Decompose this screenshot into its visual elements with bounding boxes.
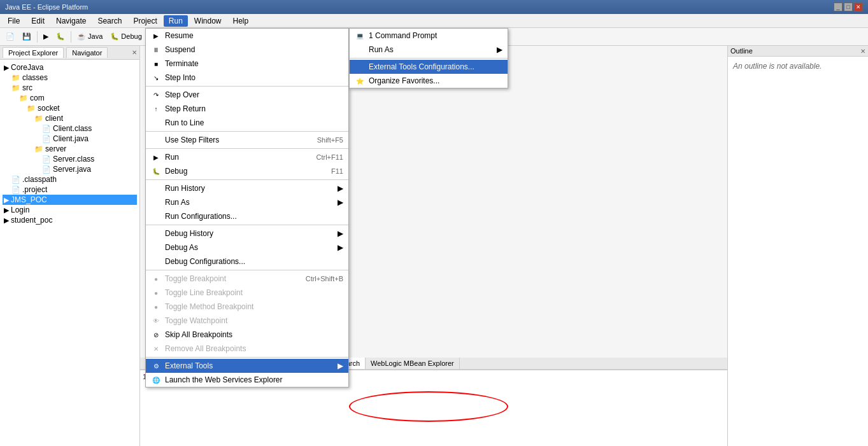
separator7 xyxy=(146,357,348,358)
menu-item-launch-web-services[interactable]: 🌐 Launch the Web Services Explorer xyxy=(146,373,348,387)
close-button[interactable]: ✕ xyxy=(854,3,863,11)
menu-edit[interactable]: Edit xyxy=(26,15,50,27)
toggle-breakpoint-icon: ● xyxy=(151,274,161,284)
left-panel-close[interactable]: ✕ xyxy=(132,49,137,56)
tree-client[interactable]: 📁 client xyxy=(3,113,137,123)
menu-item-suspend[interactable]: ⏸ Suspend xyxy=(146,43,348,57)
menu-item-run-as-sub[interactable]: Run As ▶ xyxy=(350,43,508,57)
skip-bp-icon: ⊘ xyxy=(151,330,161,340)
toolbar-save[interactable]: 💾 xyxy=(19,31,34,43)
menu-item-toggle-line-breakpoint[interactable]: ● Toggle Line Breakpoint xyxy=(146,286,348,300)
tree-client-java[interactable]: 📄 Client.java xyxy=(3,134,137,144)
tree-jms-poc[interactable]: ▶ JMS_POC xyxy=(3,195,137,205)
app-title: Java EE - Eclipse Platform xyxy=(5,3,88,11)
main-layout: Project Explorer Navigator ✕ ▶ CoreJava … xyxy=(0,46,868,446)
menu-item-run-as[interactable]: Run As ▶ xyxy=(146,195,348,209)
run-configs-icon xyxy=(151,211,161,221)
organize-fav-icon: ⭐ xyxy=(355,76,365,86)
menu-item-organize-favorites[interactable]: ⭐ Organize Favorites... xyxy=(350,74,508,88)
menu-navigate[interactable]: Navigate xyxy=(51,15,91,27)
menu-item-run-history[interactable]: Run History ▶ xyxy=(146,181,348,195)
step-filters-icon xyxy=(151,135,161,145)
external-tools-submenu: 💻 1 Command Prompt Run As ▶ External Too… xyxy=(349,28,508,88)
terminate-icon: ■ xyxy=(151,59,161,69)
outline-close[interactable]: ✕ xyxy=(860,48,865,55)
tree-label: JMS_POC xyxy=(11,195,47,204)
outline-title: Outline xyxy=(730,47,753,55)
tree-label: socket xyxy=(38,104,60,113)
folder-icon: 📁 xyxy=(19,94,28,102)
menu-item-resume[interactable]: ▶ Resume xyxy=(146,29,348,43)
tree-label: classes xyxy=(22,73,48,82)
tree-src[interactable]: 📁 src xyxy=(3,83,137,93)
left-panel-header: Project Explorer Navigator ✕ xyxy=(0,46,139,60)
tab-navigator[interactable]: Navigator xyxy=(66,47,108,58)
menu-item-terminate[interactable]: ■ Terminate xyxy=(146,57,348,71)
menu-bar: File Edit Navigate Search Project Run Wi… xyxy=(0,14,868,28)
menu-item-run[interactable]: ▶ Run Ctrl+F11 xyxy=(146,150,348,164)
run-icon: ▶ xyxy=(151,152,161,162)
menu-item-run-to-line[interactable]: Run to Line xyxy=(146,116,348,130)
menu-file[interactable]: File xyxy=(3,15,25,27)
toolbar-new[interactable]: 📄 xyxy=(3,31,18,43)
toggle-watchpoint-icon: 👁 xyxy=(151,316,161,326)
menu-item-step-over[interactable]: ↷ Step Over xyxy=(146,88,348,102)
tree-project[interactable]: 📄 .project xyxy=(3,185,137,195)
outline-message: An outline is not available. xyxy=(728,57,868,76)
menu-item-external-tools[interactable]: ⚙ External Tools ▶ xyxy=(146,359,348,373)
toolbar-debug[interactable]: 🐛 xyxy=(53,31,68,43)
menu-run[interactable]: Run xyxy=(164,15,188,27)
tree-label: client xyxy=(45,114,63,123)
maximize-button[interactable]: □ xyxy=(844,3,853,11)
expand-icon: ▶ xyxy=(4,64,9,72)
tree-socket[interactable]: 📁 socket xyxy=(3,103,137,113)
menu-item-command-prompt[interactable]: 💻 1 Command Prompt xyxy=(350,29,508,43)
menu-item-debug-history[interactable]: Debug History ▶ xyxy=(146,226,348,240)
menu-item-skip-all-breakpoints[interactable]: ⊘ Skip All Breakpoints xyxy=(146,328,348,342)
separator6 xyxy=(146,270,348,270)
separator4 xyxy=(146,179,348,180)
tree-classpath[interactable]: 📄 .classpath xyxy=(3,174,137,185)
ext-tools-configs-icon xyxy=(355,62,365,72)
tree-login[interactable]: ▶ Login xyxy=(3,205,137,215)
tree-label: Login xyxy=(11,206,29,214)
tab-weblogic[interactable]: WebLogic MBean Explorer xyxy=(366,358,460,369)
file-icon: 📄 xyxy=(42,135,51,143)
tree-classes[interactable]: 📁 classes xyxy=(3,73,137,83)
outline-header: Outline ✕ xyxy=(728,46,868,57)
menu-item-toggle-method-breakpoint[interactable]: ● Toggle Method Breakpoint xyxy=(146,300,348,314)
tree-server[interactable]: 📁 server xyxy=(3,144,137,154)
menu-item-step-into[interactable]: ↘ Step Into xyxy=(146,71,348,85)
tree-label: com xyxy=(30,94,45,102)
menu-item-toggle-breakpoint[interactable]: ● Toggle Breakpoint Ctrl+Shift+B xyxy=(146,272,348,286)
tree-server-class[interactable]: 📄 Server.class xyxy=(3,154,137,164)
menu-project[interactable]: Project xyxy=(128,15,162,27)
menu-item-debug-as[interactable]: Debug As ▶ xyxy=(146,240,348,254)
menu-item-remove-all-breakpoints[interactable]: ✕ Remove All Breakpoints xyxy=(146,342,348,356)
tab-project-explorer[interactable]: Project Explorer xyxy=(3,47,64,58)
menu-item-step-return[interactable]: ↑ Step Return xyxy=(146,102,348,116)
toolbar-perspective-java[interactable]: ☕ Java xyxy=(74,31,106,43)
menu-window[interactable]: Window xyxy=(189,15,227,27)
menu-help[interactable]: Help xyxy=(228,15,254,27)
expand-icon: ▶ xyxy=(4,196,9,204)
tree-corejava[interactable]: ▶ CoreJava xyxy=(3,62,137,73)
menu-search[interactable]: Search xyxy=(92,15,127,27)
minimize-button[interactable]: _ xyxy=(834,3,843,11)
toggle-line-bp-icon: ● xyxy=(151,288,161,298)
menu-item-run-configs[interactable]: Run Configurations... xyxy=(146,209,348,223)
toolbar-run[interactable]: ▶ xyxy=(40,31,52,43)
tree-student-poc[interactable]: ▶ student_poc xyxy=(3,215,137,225)
toolbar-perspective-debug[interactable]: 🐛 Debug xyxy=(107,31,145,43)
menu-item-use-step-filters[interactable]: Use Step Filters Shift+F5 xyxy=(146,133,348,147)
tree-label: src xyxy=(22,83,32,92)
menu-item-toggle-watchpoint[interactable]: 👁 Toggle Watchpoint xyxy=(146,314,348,328)
menu-item-debug[interactable]: 🐛 Debug F11 xyxy=(146,164,348,178)
tree-server-java[interactable]: 📄 Server.java xyxy=(3,164,137,174)
tree-com[interactable]: 📁 com xyxy=(3,93,137,103)
file-icon: 📄 xyxy=(42,155,51,164)
menu-item-ext-tools-configs[interactable]: External Tools Configurations... xyxy=(350,60,508,74)
sep-ext1 xyxy=(350,58,508,59)
tree-client-class[interactable]: 📄 Client.class xyxy=(3,123,137,134)
menu-item-debug-configs[interactable]: Debug Configurations... xyxy=(146,254,348,268)
